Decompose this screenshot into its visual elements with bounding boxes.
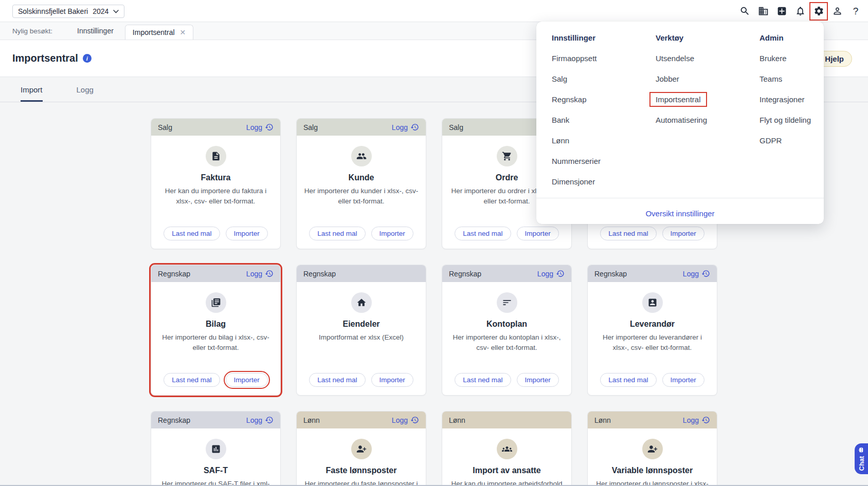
card-icon (351, 292, 372, 313)
menu-item-integrasjoner[interactable]: Integrasjoner (760, 89, 811, 109)
import-card-body: Variable lønnsposter Her importerer du l… (588, 428, 717, 486)
menu-item-brukere[interactable]: Brukere (760, 48, 811, 68)
card-title: Import av ansatte (473, 466, 540, 475)
close-icon[interactable]: ✕ (180, 29, 186, 36)
menu-item-jobber[interactable]: Jobber (656, 68, 707, 89)
menu-item-regnskap[interactable]: Regnskap (552, 89, 601, 109)
menu-item-gdpr[interactable]: GDPR (760, 130, 811, 151)
download-template-button[interactable]: Last ned mal (600, 373, 656, 387)
import-button[interactable]: Importer (517, 373, 559, 387)
import-card-header: Regnskap (297, 265, 426, 282)
menu-item-salg[interactable]: Salg (552, 68, 601, 89)
card-actions: Last ned mal Importer (588, 373, 717, 387)
add-square-icon[interactable] (775, 5, 788, 17)
gear-icon[interactable] (812, 5, 825, 17)
card-logg-link[interactable]: Logg (392, 123, 419, 132)
menu-item-bank[interactable]: Bank (552, 109, 601, 130)
help-question-icon[interactable]: ? (849, 5, 862, 17)
card-icon (497, 146, 517, 166)
logg-label: Logg (246, 416, 262, 424)
help-button-label: Hjelp (825, 54, 844, 63)
user-icon[interactable] (831, 5, 843, 17)
history-icon (265, 123, 274, 132)
download-template-button[interactable]: Last ned mal (164, 227, 220, 240)
import-card-body: Kunde Her importerer du kunder i xlsx-, … (297, 136, 426, 207)
card-icon (642, 439, 663, 459)
tab-import[interactable]: Import (21, 85, 43, 102)
card-title: Ordre (496, 173, 518, 182)
card-logg-link[interactable]: Logg (246, 269, 274, 278)
import-button[interactable]: Importer (517, 227, 559, 240)
company-selector[interactable]: Solskinnsfjellet Bakeri 2024 (12, 5, 124, 18)
download-template-button[interactable]: Last ned mal (600, 227, 656, 240)
import-card: Lønn Import av ansatte Her kan du import… (442, 411, 572, 486)
import-card: Regnskap Logg Leverandør Her importerer … (587, 265, 717, 396)
menu-item-firmaoppsett[interactable]: Firmaoppsett (552, 48, 601, 68)
card-actions: Last ned mal Importer (442, 227, 571, 240)
card-logg-link[interactable]: Logg (683, 416, 710, 424)
card-category-label: Regnskap (158, 270, 190, 278)
import-card-header: Salg Logg (151, 119, 280, 136)
menu-item-utsendelse[interactable]: Utsendelse (656, 48, 707, 68)
menu-column-verktoy: VerktøyUtsendelseJobberImportsentralAuto… (656, 27, 707, 130)
logg-label: Logg (246, 270, 262, 278)
card-logg-link[interactable]: Logg (537, 269, 565, 278)
import-card-header: Regnskap Logg (151, 412, 280, 428)
import-button[interactable]: Importer (662, 373, 704, 387)
download-template-button[interactable]: Last ned mal (309, 227, 365, 240)
info-icon[interactable]: i (83, 54, 92, 63)
import-button[interactable]: Importer (371, 373, 413, 387)
download-template-button[interactable]: Last ned mal (455, 373, 511, 387)
menu-item-nummerserier[interactable]: Nummerserier (552, 151, 601, 171)
building-icon[interactable] (757, 5, 769, 17)
history-icon (410, 123, 419, 132)
logg-label: Logg (537, 270, 553, 278)
import-card: Lønn Logg Variable lønnsposter Her impor… (587, 411, 717, 486)
menu-item-flyt-og-tildeling[interactable]: Flyt og tildeling (760, 109, 811, 130)
menu-item-lonn[interactable]: Lønn (552, 130, 601, 151)
card-category-label: Lønn (449, 416, 465, 424)
tab-logg[interactable]: Logg (77, 85, 94, 102)
card-actions: Last ned mal Importer (297, 373, 426, 387)
chat-button[interactable]: Chat (855, 443, 868, 474)
card-icon (642, 292, 663, 313)
import-card: Salg Logg Kunde Her importerer du kunder… (296, 118, 426, 249)
chevron-down-icon (113, 10, 119, 13)
card-logg-link[interactable]: Logg (683, 269, 710, 278)
card-category-label: Regnskap (594, 270, 627, 278)
card-title: Faktura (201, 173, 231, 182)
card-category-label: Regnskap (449, 270, 481, 278)
import-button[interactable]: Importer (371, 227, 413, 240)
recent-tab-innstillinger[interactable]: Innstillinger (77, 27, 114, 35)
history-icon (410, 416, 419, 424)
import-button[interactable]: Importer (662, 227, 704, 240)
import-card: Salg Logg Faktura Her kan du importere d… (151, 118, 281, 249)
download-template-button[interactable]: Last ned mal (455, 227, 511, 240)
card-category-label: Lønn (594, 416, 611, 424)
card-title: Bilag (206, 320, 226, 329)
import-button[interactable]: Importer (226, 227, 268, 240)
history-icon (265, 416, 274, 424)
card-description: Importformat er xlsx (Excel) (303, 332, 420, 343)
search-icon[interactable] (738, 5, 751, 17)
recent-tab-importsentral[interactable]: Importsentral ✕ (125, 25, 193, 40)
menu-item-teams[interactable]: Teams (760, 68, 811, 89)
import-card-header: Lønn Logg (588, 412, 717, 428)
menu-item-automatisering[interactable]: Automatisering (656, 109, 707, 130)
topbar-icons: ? (738, 0, 862, 22)
download-template-button[interactable]: Last ned mal (164, 373, 220, 387)
card-logg-link[interactable]: Logg (392, 416, 419, 424)
settings-overview-link[interactable]: Oversikt innstillinger (645, 209, 714, 218)
card-title: Faste lønnsposter (326, 466, 397, 475)
import-card-body: Kontoplan Her importerer du kontoplan i … (442, 282, 571, 353)
menu-column-admin: AdminBrukereTeamsIntegrasjonerFlyt og ti… (760, 27, 811, 151)
import-button[interactable]: Importer (226, 373, 268, 387)
card-logg-link[interactable]: Logg (246, 123, 274, 132)
card-logg-link[interactable]: Logg (246, 416, 274, 424)
logg-label: Logg (392, 123, 408, 132)
card-description: Her importerer du bilag i xlsx-, csv- el… (157, 332, 275, 353)
menu-item-dimensjoner[interactable]: Dimensjoner (552, 171, 601, 192)
download-template-button[interactable]: Last ned mal (309, 373, 365, 387)
menu-item-importsentral[interactable]: Importsentral (656, 89, 707, 109)
bell-icon[interactable] (794, 5, 806, 17)
